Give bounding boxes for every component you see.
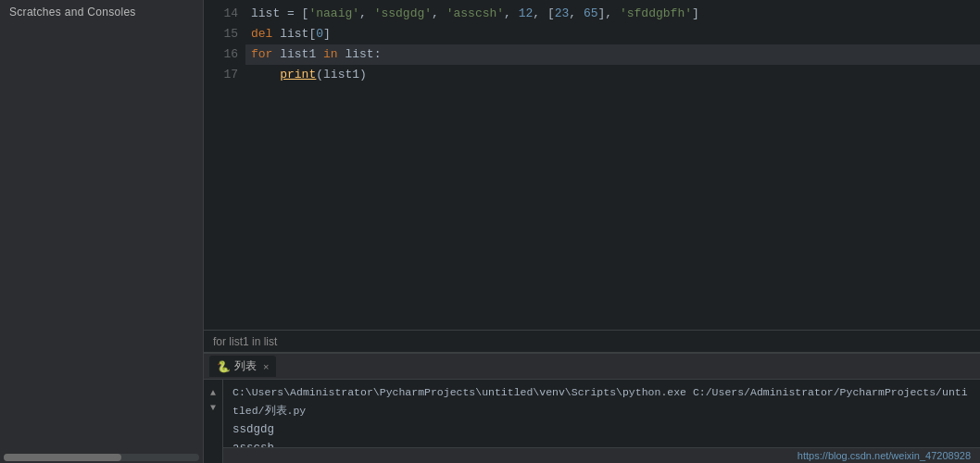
sidebar: Scratches and Consoles: [0, 0, 204, 463]
line-num-14: 14: [211, 4, 238, 24]
console-panel: 🐍 列表 × ▲ ▼ C:\Users\Administrator\Pychar…: [204, 352, 980, 463]
code-line-14: list = ['naaig', 'ssdgdg', 'asscsh', 12,…: [245, 4, 980, 24]
sidebar-scrollbar-thumb: [4, 454, 121, 461]
console-tab-close[interactable]: ×: [263, 361, 269, 372]
editor-area: 14 15 16 17 list = ['naaig', 'ssdgdg', '…: [204, 0, 980, 352]
python-icon: 🐍: [217, 360, 230, 373]
console-tabs: 🐍 列表 ×: [204, 354, 980, 380]
console-tab-label: 列表: [234, 358, 257, 374]
sidebar-scrollbar[interactable]: [4, 454, 199, 461]
console-output-line-1: ssdgdg: [232, 420, 971, 439]
line-numbers: 14 15 16 17: [204, 0, 245, 330]
console-output-area: ▲ ▼ C:\Users\Administrator\PycharmProjec…: [204, 380, 980, 463]
editor-status-text: for list1 in list: [213, 335, 277, 348]
line-num-16: 16: [211, 44, 238, 65]
code-panel: 14 15 16 17 list = ['naaig', 'ssdgdg', '…: [204, 0, 980, 330]
console-tab-list[interactable]: 🐍 列表 ×: [209, 356, 276, 377]
code-line-17: print(list1): [245, 65, 980, 85]
editor-status-bar: for list1 in list: [204, 330, 980, 352]
csdn-link[interactable]: https://blog.csdn.net/weixin_47208928: [798, 450, 971, 461]
code-content[interactable]: list = ['naaig', 'ssdgdg', 'asscsh', 12,…: [245, 0, 980, 330]
console-run-command: C:\Users\Administrator\PycharmProjects\u…: [232, 383, 971, 420]
main-layout: Scratches and Consoles 14 15 16 17 list …: [0, 0, 980, 463]
sidebar-content: [0, 24, 203, 452]
code-line-16: for list1 in list:: [245, 44, 980, 65]
sidebar-title: Scratches and Consoles: [0, 0, 203, 24]
console-nav-side: ▲ ▼: [204, 380, 223, 463]
console-footer: https://blog.csdn.net/weixin_47208928: [223, 447, 980, 463]
line-num-17: 17: [211, 65, 238, 85]
scroll-down-arrow[interactable]: ▼: [206, 402, 220, 413]
line-num-15: 15: [211, 24, 238, 44]
console-content: C:\Users\Administrator\PycharmProjects\u…: [223, 380, 980, 447]
console-output-line-2: asscsh: [232, 439, 971, 447]
code-line-15: del list[0]: [245, 24, 980, 44]
scroll-up-arrow[interactable]: ▲: [206, 387, 220, 398]
